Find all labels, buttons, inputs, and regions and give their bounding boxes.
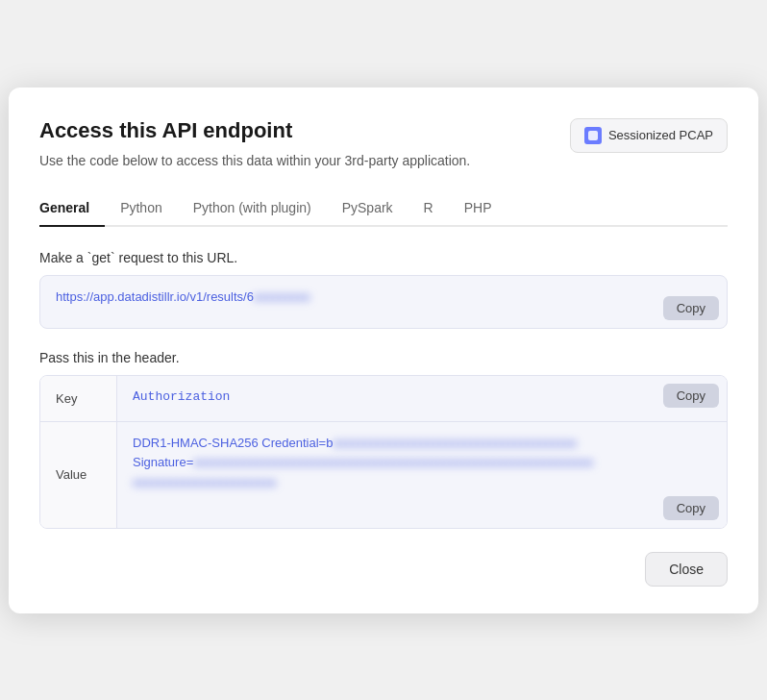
key-value: Authorization (133, 388, 230, 407)
key-row: Key Authorization Copy (40, 376, 727, 422)
tab-r[interactable]: R (408, 190, 449, 227)
copy-value-button[interactable]: Copy (663, 496, 719, 520)
value-line2-label: Signature= (133, 455, 193, 469)
header-table: Key Authorization Copy Value DDR1-HMAC-S… (39, 375, 728, 529)
modal-title: Access this API endpoint (39, 118, 470, 143)
value-text: DDR1-HMAC-SHA256 Credential=bxxxxxxxxxxx… (133, 434, 593, 493)
value-line2-hidden: xxxxxxxxxxxxxxxxxxxxxxxxxxxxxxxxxxxxxxxx… (193, 455, 593, 469)
value-line3-hidden: xxxxxxxxxxxxxxxxxxxxxxx (133, 475, 277, 489)
url-code-block: https://app.datadistillr.io/v1/results/6… (39, 275, 728, 329)
tab-general[interactable]: General (39, 190, 105, 227)
value-line1-visible: DDR1-HMAC-SHA256 Credential=b (133, 436, 333, 450)
url-hidden: xxxxxxxxx (254, 289, 310, 304)
key-label: Key (40, 376, 117, 421)
tab-python[interactable]: Python (105, 190, 178, 227)
header-instruction: Pass this in the header. (39, 350, 728, 365)
url-value: https://app.datadistillr.io/v1/results/6… (56, 289, 713, 305)
copy-url-button[interactable]: Copy (663, 296, 719, 320)
sessionized-label: Sessionized PCAP (608, 128, 713, 142)
close-button[interactable]: Close (645, 552, 728, 587)
tab-python-plugin[interactable]: Python (with plugin) (178, 190, 327, 227)
copy-key-button[interactable]: Copy (663, 384, 719, 408)
tab-pyspark[interactable]: PySpark (327, 190, 408, 227)
url-instruction: Make a `get` request to this URL. (39, 250, 728, 265)
sessionized-pcap-button[interactable]: Sessionized PCAP (570, 118, 728, 153)
value-content: DDR1-HMAC-SHA256 Credential=bxxxxxxxxxxx… (117, 422, 727, 528)
tab-php[interactable]: PHP (449, 190, 507, 227)
modal: Access this API endpoint Use the code be… (9, 88, 758, 613)
modal-header: Access this API endpoint Use the code be… (39, 118, 728, 171)
sessionized-icon (584, 127, 602, 144)
value-line1-hidden: xxxxxxxxxxxxxxxxxxxxxxxxxxxxxxxxxxxxxxx (333, 436, 577, 450)
url-visible: https://app.datadistillr.io/v1/results/6 (56, 289, 254, 304)
modal-description: Use the code below to access this data w… (39, 151, 470, 171)
tab-bar: General Python Python (with plugin) PySp… (39, 190, 728, 227)
value-label: Value (40, 422, 117, 528)
value-row: Value DDR1-HMAC-SHA256 Credential=bxxxxx… (40, 422, 727, 528)
key-content: Authorization Copy (117, 376, 727, 421)
modal-footer: Close (39, 552, 728, 587)
modal-title-group: Access this API endpoint Use the code be… (39, 118, 470, 171)
